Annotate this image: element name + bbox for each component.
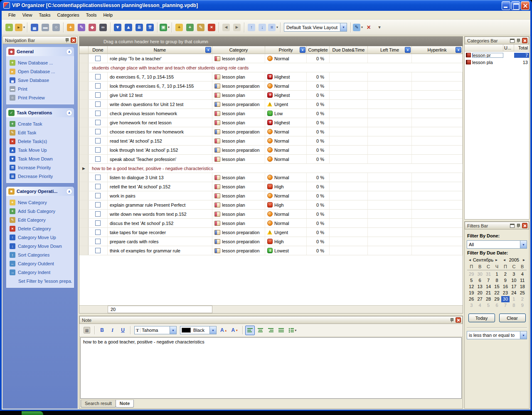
task-checkbox[interactable] — [95, 248, 101, 253]
table-row[interactable]: do exercises 6, 7, 10 p.154-155lesson pl… — [79, 72, 463, 82]
nav-item-task-move-down[interactable]: ▼Task Move Down — [7, 154, 73, 163]
increase-font-button[interactable]: A — [219, 326, 229, 335]
nav-item-task-move-up[interactable]: ▲Task Move Up — [7, 146, 73, 154]
prev-year-button[interactable] — [502, 258, 507, 262]
align-left-button[interactable] — [245, 326, 255, 335]
table-row[interactable]: write down new words from text p.152less… — [79, 210, 463, 219]
sort-button[interactable]: ≡▾ — [268, 22, 278, 33]
calendar-day[interactable]: 2 — [518, 296, 527, 302]
task-checkbox[interactable] — [95, 111, 101, 116]
nav-item-sort-categories[interactable]: ↕Sort Categories — [7, 250, 73, 259]
calendar-selected-day[interactable]: 30 — [501, 296, 510, 302]
navigate-forward-button[interactable]: ► — [232, 22, 242, 33]
nav-item-category-move-down[interactable]: ↓Category Move Down — [7, 242, 73, 250]
chevron-up-icon[interactable]: ∧ — [66, 49, 72, 55]
pin-icon[interactable] — [64, 38, 69, 43]
calendar-day[interactable]: 29 — [467, 271, 475, 277]
menu-tasks[interactable]: Tasks — [35, 11, 54, 19]
filter-by-done-select[interactable]: All — [467, 240, 527, 249]
pin-icon[interactable] — [516, 38, 521, 43]
save-layout-button[interactable]: ✎▾ — [352, 22, 363, 33]
calendar-day[interactable]: 9 — [518, 302, 527, 309]
calendar-day[interactable]: 27 — [475, 296, 484, 302]
table-row[interactable]: explain grammar rule Present Perfectless… — [79, 200, 463, 210]
align-right-button[interactable] — [266, 326, 276, 335]
combo-dropdown-icon[interactable] — [520, 331, 527, 339]
decrease-priority-button[interactable]: ⇊ — [134, 22, 145, 33]
decrease-font-button[interactable]: A — [230, 326, 240, 335]
edit-task-button[interactable]: ✎ — [76, 22, 87, 33]
nav-item-category-indent[interactable]: →Category Indent — [7, 268, 73, 277]
nav-item-delete-category[interactable]: ×Delete Category — [7, 224, 73, 233]
delete-layout-button[interactable]: × — [363, 22, 374, 33]
tab-search-result[interactable]: Search result — [81, 400, 116, 408]
increase-priority-button[interactable]: ⇈ — [145, 22, 155, 33]
nav-item-edit-category[interactable]: ✎Edit Category — [7, 215, 73, 224]
task-checkbox[interactable] — [95, 184, 101, 189]
navigate-back-button[interactable]: ◄ — [221, 22, 232, 33]
create-task-button[interactable]: + — [65, 22, 76, 33]
task-view-layout-select[interactable]: Default Task View Layout — [284, 23, 347, 32]
table-row[interactable]: choose exercises for new homeworklesson … — [79, 127, 463, 136]
task-checkbox[interactable] — [95, 211, 101, 217]
column-header-category[interactable]: Category — [212, 46, 265, 54]
table-row[interactable]: look through text 'At school' p.152lesso… — [79, 146, 463, 155]
calendar-day[interactable]: 7 — [501, 302, 510, 309]
combo-dropdown-icon[interactable] — [209, 326, 216, 334]
font-color-select[interactable]: Black — [180, 326, 217, 334]
close-panel-icon[interactable] — [522, 38, 527, 43]
nav-item-add-sub-category[interactable]: +Add Sub Category — [7, 207, 73, 215]
nav-item-decrease-priority[interactable]: ⇊Decrease Priority — [7, 172, 73, 180]
nav-item-print-preview[interactable]: ○Print Preview — [7, 93, 73, 102]
calendar-day[interactable]: 20 — [475, 290, 484, 296]
calendar-day[interactable]: 3 — [467, 302, 475, 309]
next-month-button[interactable] — [494, 258, 499, 262]
column-header-hyperlink[interactable]: Hyperlink — [412, 46, 463, 54]
calendar-day[interactable]: 18 — [518, 284, 527, 290]
task-checkbox[interactable] — [95, 193, 101, 198]
table-row[interactable]: read text 'At school' p.152lesson planNo… — [79, 136, 463, 146]
bold-button[interactable]: B — [97, 326, 107, 335]
column-header-due-date-time[interactable]: Due Date&Time — [330, 46, 368, 54]
calendar-day[interactable]: 31 — [484, 271, 493, 277]
delete-item-button[interactable]: × — [206, 22, 217, 33]
calendar-day[interactable]: 4 — [475, 302, 484, 309]
calendar-day[interactable]: 4 — [518, 271, 527, 277]
calendar-day[interactable]: 1 — [493, 271, 501, 277]
menu-help[interactable]: Help — [100, 11, 116, 19]
nav-item-create-task[interactable]: +Create Task — [7, 119, 73, 128]
calendar-day[interactable]: 22 — [493, 290, 501, 296]
start-button-fragment[interactable] — [22, 411, 43, 415]
next-year-button[interactable] — [521, 258, 527, 262]
print-preview-button[interactable]: ○ — [51, 22, 62, 33]
filter-dropdown-icon[interactable] — [300, 47, 305, 53]
calendar-day[interactable]: 24 — [510, 290, 518, 296]
add-subitem-button[interactable]: + — [185, 22, 195, 33]
calendar-day[interactable]: 1 — [510, 296, 518, 302]
bullet-list-button[interactable]: ▾ — [287, 326, 298, 335]
print-button[interactable]: ▬ — [40, 22, 51, 33]
calendar-day[interactable]: 26 — [467, 296, 475, 302]
task-checkbox[interactable] — [95, 220, 101, 226]
nav-section-header[interactable]: ◆General∧ — [6, 47, 74, 56]
task-checkbox[interactable] — [95, 56, 101, 61]
nav-section-header[interactable]: ■Category Operati...∧ — [6, 187, 74, 196]
close-panel-icon[interactable] — [456, 317, 461, 323]
date-comparison-select[interactable]: is less than or equal to — [467, 331, 527, 339]
align-center-button[interactable] — [256, 326, 265, 335]
menu-tools[interactable]: Tools — [83, 11, 100, 19]
insert-object-button[interactable]: ▦ — [82, 326, 92, 335]
calendar-day[interactable]: 5 — [484, 302, 493, 309]
table-row[interactable]: retell the text 'At school' p.152lesson … — [79, 182, 463, 191]
combo-dropdown-icon[interactable] — [520, 241, 527, 248]
column-header-left-time[interactable]: Left Time — [368, 46, 412, 54]
note-editor[interactable]: how to be a good teacher, positive - neg… — [80, 337, 462, 399]
close-button[interactable] — [521, 1, 530, 10]
table-row[interactable]: listen to dialogue 3 Unit 13lesson planN… — [79, 173, 463, 182]
new-database-button[interactable]: + — [4, 22, 15, 33]
italic-button[interactable]: I — [108, 326, 117, 335]
chevron-up-icon[interactable]: ∧ — [66, 188, 72, 195]
nav-item-new-database[interactable]: +New Database ... — [7, 58, 73, 67]
calendar-day[interactable]: 2 — [501, 271, 510, 277]
combo-dropdown-icon[interactable] — [170, 326, 176, 334]
